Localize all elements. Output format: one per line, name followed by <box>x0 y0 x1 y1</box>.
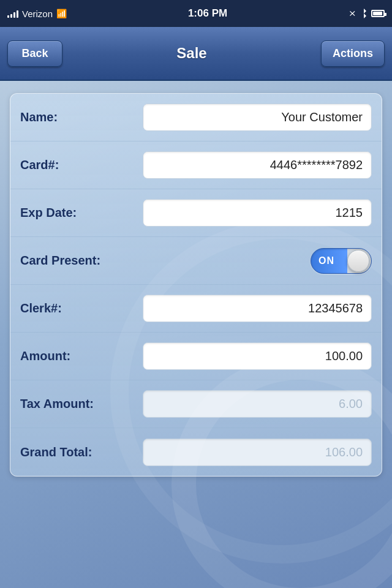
battery-icon <box>371 10 385 17</box>
card-label: Card#: <box>20 158 143 172</box>
card-present-toggle[interactable]: ON <box>311 248 372 274</box>
status-left: Verizon 📶 <box>7 9 67 19</box>
expdate-input[interactable] <box>143 199 372 227</box>
grand-total-row: Grand Total: <box>10 428 382 476</box>
name-row: Name: <box>10 94 382 141</box>
expdate-label: Exp Date: <box>20 206 143 220</box>
grand-total-label: Grand Total: <box>20 445 143 459</box>
name-input[interactable] <box>143 104 372 131</box>
actions-button[interactable]: Actions <box>321 40 385 67</box>
name-label: Name: <box>20 110 143 124</box>
expdate-row: Exp Date: <box>10 189 382 237</box>
toggle-thumb <box>347 250 369 272</box>
content-area: Name: Card#: Exp Date: Card Present: ON <box>0 81 392 588</box>
status-right: ⨯︎ <box>349 8 385 19</box>
wifi-icon: 📶 <box>56 9 67 18</box>
card-row: Card#: <box>10 141 382 189</box>
nav-bar: Back Sale Actions <box>0 27 392 81</box>
amount-input[interactable] <box>143 342 372 370</box>
cardpresent-row: Card Present: ON <box>10 237 382 285</box>
grand-total-input <box>143 439 372 466</box>
signal-bars <box>7 9 18 18</box>
clerk-row: Clerk#: <box>10 285 382 333</box>
tax-amount-label: Tax Amount: <box>20 397 143 411</box>
clerk-input[interactable] <box>143 295 372 322</box>
card-input[interactable] <box>143 151 372 179</box>
status-time: 1:06 PM <box>188 7 227 20</box>
tax-amount-input <box>143 390 372 418</box>
form-container: Name: Card#: Exp Date: Card Present: ON <box>10 93 382 477</box>
clerk-label: Clerk#: <box>20 301 143 315</box>
carrier-label: Verizon <box>22 9 53 19</box>
toggle-on-label: ON <box>318 255 334 266</box>
toggle-container: ON <box>143 248 372 274</box>
back-button[interactable]: Back <box>7 40 62 67</box>
bluetooth-icon-svg <box>360 9 368 18</box>
status-bar: Verizon 📶 1:06 PM ⨯︎ <box>0 0 392 27</box>
cardpresent-label: Card Present: <box>20 254 143 268</box>
page-title: Sale <box>176 45 206 62</box>
amount-row: Amount: <box>10 333 382 380</box>
tax-amount-row: Tax Amount: <box>10 380 382 428</box>
amount-label: Amount: <box>20 349 143 363</box>
bluetooth-icon: ⨯︎ <box>349 8 356 19</box>
